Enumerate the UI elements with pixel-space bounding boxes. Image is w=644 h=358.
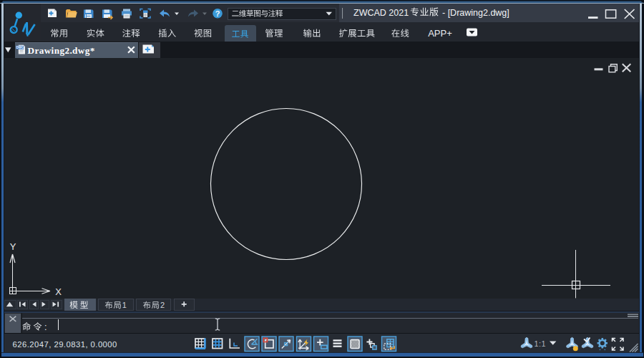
svg-text:X: X: [55, 286, 62, 297]
svg-text:DWG: DWG: [16, 46, 24, 49]
svg-text:APP+: APP+: [428, 28, 452, 39]
svg-text::: :: [44, 322, 47, 332]
svg-text:2: 2: [160, 301, 165, 309]
svg-text:?: ?: [215, 9, 220, 18]
svg-text:Y: Y: [10, 241, 16, 252]
svg-text:1: 1: [122, 301, 127, 309]
svg-text:626.2047, 29.0831, 0.0000: 626.2047, 29.0831, 0.0000: [13, 340, 117, 349]
svg-text:Drawing2.dwg*: Drawing2.dwg*: [28, 45, 95, 56]
svg-text:- [Drawing2.dwg]: - [Drawing2.dwg]: [442, 8, 509, 18]
svg-text:1:1: 1:1: [535, 339, 547, 348]
svg-text:ZWCAD 2021: ZWCAD 2021: [353, 8, 409, 18]
